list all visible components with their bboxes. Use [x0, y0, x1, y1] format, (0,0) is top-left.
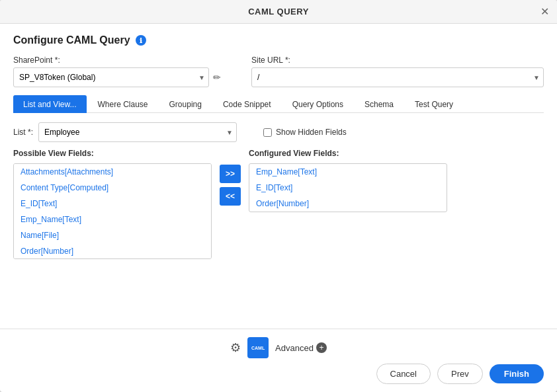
caml-icon-button[interactable]: CAML	[247, 337, 269, 358]
show-hidden-label[interactable]: Show Hidden Fields	[263, 128, 347, 137]
sharepoint-edit-button[interactable]: ✏	[212, 72, 222, 83]
finish-button[interactable]: Finish	[490, 364, 544, 383]
possible-fields-panel: Possible View Fields: Attachments[Attach…	[13, 149, 212, 259]
gear-icon: ⚙	[230, 341, 241, 354]
add-fields-icon: >>	[226, 169, 235, 178]
advanced-link[interactable]: Advanced +	[275, 342, 327, 353]
possible-fields-label: Possible View Fields:	[13, 149, 212, 158]
tab-query-options[interactable]: Query Options	[282, 95, 353, 113]
list-item[interactable]: E_ID[Text]	[249, 180, 447, 196]
close-button[interactable]: ✕	[540, 7, 549, 17]
tab-list-and-view[interactable]: List and View...	[13, 95, 87, 113]
list-row: List *: Employee ▼ Show Hidden Fields	[13, 122, 544, 142]
siteurl-label: Site URL *:	[251, 56, 544, 65]
cancel-button[interactable]: Cancel	[376, 364, 431, 384]
sharepoint-select-container: SP_V8Token (Global) ▼	[13, 67, 209, 87]
caml-icon-text: CAML	[251, 346, 265, 350]
tab-bar: List and View... Where Clause Grouping C…	[13, 95, 544, 113]
tab-content: List *: Employee ▼ Show Hidden Fields Po…	[13, 122, 544, 259]
settings-button[interactable]: ⚙	[230, 340, 241, 355]
main-content: ‹ App Data Configure CAML Query ℹ ShareP…	[0, 24, 557, 329]
tab-test-query[interactable]: Test Query	[405, 95, 463, 113]
title-bar: CAML QUERY ✕	[0, 0, 557, 24]
sharepoint-group: SharePoint *: SP_V8Token (Global) ▼ ✏	[13, 56, 238, 87]
list-item[interactable]: E_ID[Text]	[14, 196, 211, 212]
possible-fields-list[interactable]: Attachments[Attachments] Content Type[Co…	[13, 163, 212, 259]
page-title: Configure CAML Query	[13, 34, 130, 46]
tab-where-clause[interactable]: Where Clause	[88, 95, 158, 113]
list-select[interactable]: Employee	[38, 122, 237, 142]
fields-section: Possible View Fields: Attachments[Attach…	[13, 149, 544, 259]
tab-code-snippet[interactable]: Code Snippet	[213, 95, 281, 113]
add-fields-button[interactable]: >>	[220, 165, 241, 183]
dialog: CAML QUERY ✕ ‹ App Data Configure CAML Q…	[0, 0, 557, 392]
list-item[interactable]: Name[File]	[14, 227, 211, 243]
footer-icons-row: ⚙ CAML Advanced +	[13, 337, 544, 358]
siteurl-select-container: / ▼	[251, 67, 544, 87]
list-field-group: List *: Employee ▼	[13, 122, 237, 142]
list-item[interactable]: Emp_Name[Text]	[249, 164, 447, 180]
configured-fields-list[interactable]: Emp_Name[Text] E_ID[Text] Order[Number]	[249, 163, 447, 212]
show-hidden-checkbox[interactable]	[263, 128, 272, 137]
sharepoint-select[interactable]: SP_V8Token (Global)	[13, 67, 209, 87]
close-icon: ✕	[540, 6, 549, 17]
list-item[interactable]: Order[Number]	[14, 243, 211, 259]
tab-schema[interactable]: Schema	[355, 95, 404, 113]
show-hidden-text: Show Hidden Fields	[276, 128, 347, 137]
list-item[interactable]: Emp_Name[Text]	[14, 212, 211, 227]
configured-fields-panel: Configured View Fields: Emp_Name[Text] E…	[249, 149, 544, 212]
form-row-sharepoint: SharePoint *: SP_V8Token (Global) ▼ ✏ Si…	[13, 56, 544, 87]
siteurl-group: Site URL *: / ▼	[251, 56, 544, 87]
info-icon[interactable]: ℹ	[136, 35, 146, 46]
tab-grouping[interactable]: Grouping	[159, 95, 212, 113]
advanced-plus-icon: +	[316, 342, 327, 353]
remove-fields-button[interactable]: <<	[220, 187, 241, 206]
transfer-buttons: >> <<	[212, 165, 249, 206]
footer: ⚙ CAML Advanced + Cancel Prev Finish	[0, 329, 557, 392]
siteurl-select[interactable]: /	[251, 67, 544, 87]
dialog-title: CAML QUERY	[248, 7, 309, 17]
sharepoint-label: SharePoint *:	[13, 56, 238, 65]
prev-button[interactable]: Prev	[437, 364, 483, 384]
footer-actions: Cancel Prev Finish	[13, 364, 544, 384]
list-select-wrapper: Employee ▼	[38, 122, 237, 142]
list-label: List *:	[13, 128, 33, 137]
remove-fields-icon: <<	[226, 192, 235, 201]
configured-fields-label: Configured View Fields:	[249, 149, 544, 158]
list-item[interactable]: Order[Number]	[249, 196, 447, 212]
sharepoint-select-wrapper: SP_V8Token (Global) ▼ ✏	[13, 67, 238, 87]
list-item[interactable]: Attachments[Attachments]	[14, 164, 211, 180]
page-title-row: Configure CAML Query ℹ	[13, 34, 544, 46]
list-item[interactable]: Content Type[Computed]	[14, 180, 211, 196]
advanced-label: Advanced	[275, 343, 314, 353]
